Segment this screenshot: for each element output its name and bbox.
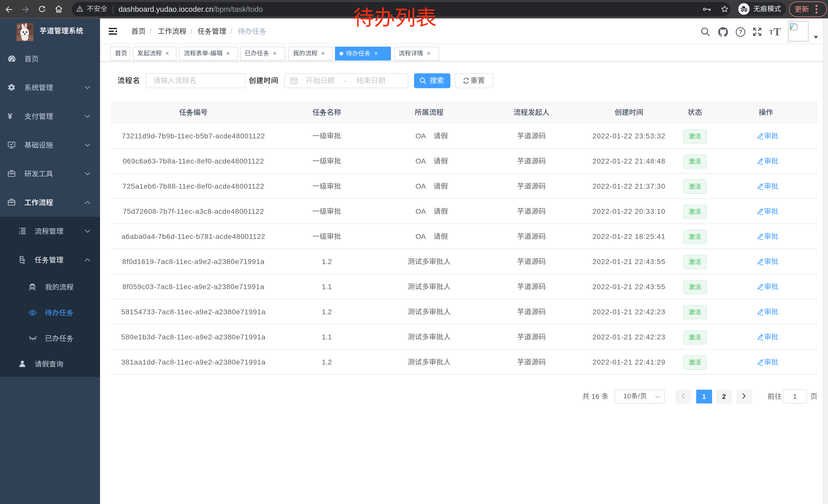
svg-text:?: ? — [739, 29, 742, 35]
